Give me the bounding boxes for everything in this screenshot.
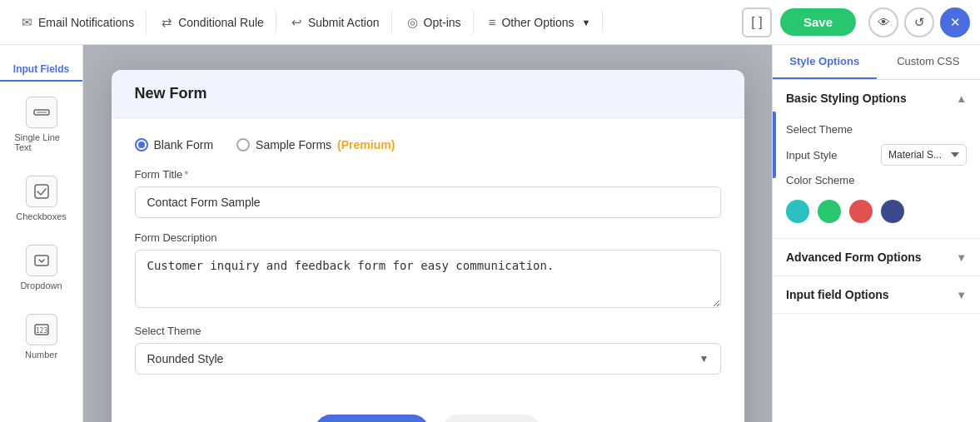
nav-other-label: Other Options (501, 16, 574, 29)
optins-icon: ◎ (407, 15, 418, 30)
basic-styling-title: Basic Styling Options (786, 92, 907, 105)
new-form-modal: New Form Blank Form Sample Forms (Premiu… (112, 70, 744, 422)
submit-icon: ↩ (291, 15, 302, 30)
sample-forms-label: Sample Forms (256, 138, 331, 151)
center-canvas: New Form Blank Form Sample Forms (Premiu… (83, 45, 772, 422)
input-style-label: Input Style (786, 149, 837, 161)
nav-email-notifications[interactable]: ✉ Email Notifications (10, 8, 147, 37)
preview-button[interactable]: 👁 (868, 7, 898, 37)
form-title-label: Form Title* (135, 168, 721, 181)
sidebar-item-checkboxes[interactable]: Checkboxes (8, 167, 75, 230)
color-scheme-label-row: Color Scheme (786, 174, 967, 186)
required-asterisk: * (184, 168, 188, 181)
continue-button[interactable]: Continue (315, 415, 429, 422)
advanced-form-title: Advanced Form Options (786, 251, 922, 264)
form-type-selection: Blank Form Sample Forms (Premium) (135, 138, 721, 151)
modal-overlay: New Form Blank Form Sample Forms (Premiu… (83, 45, 772, 422)
basic-styling-header[interactable]: Basic Styling Options ▲ (773, 80, 980, 117)
color-swatch-red[interactable] (849, 200, 873, 223)
number-icon: 123 (26, 314, 57, 345)
accent-bar (773, 112, 776, 178)
nav-submit-action[interactable]: ↩ Submit Action (280, 8, 392, 37)
form-title-input[interactable] (135, 186, 721, 218)
right-panel: Style Options Custom CSS Basic Styling O… (772, 45, 980, 422)
nav-submit-label: Submit Action (308, 16, 380, 29)
sidebar-item-single-line[interactable]: Single Line Text (8, 88, 75, 161)
top-navigation: ✉ Email Notifications ⇄ Conditional Rule… (0, 0, 980, 45)
input-field-section: Input field Options ▼ (773, 276, 980, 314)
advanced-form-header[interactable]: Advanced Form Options ▼ (773, 239, 980, 276)
basic-styling-body: Select Theme Input Style Material S... F… (773, 117, 980, 238)
premium-badge: (Premium) (337, 138, 395, 151)
bracket-button[interactable]: [ ] (742, 7, 772, 37)
input-field-chevron: ▼ (956, 289, 967, 301)
single-line-label: Single Line Text (15, 132, 68, 152)
modal-footer: Continue Cancel (112, 408, 744, 422)
refresh-button[interactable]: ↺ (904, 7, 934, 37)
advanced-form-section: Advanced Form Options ▼ (773, 239, 980, 276)
input-style-row: Input Style Material S... Flat Rounded (786, 144, 967, 166)
bracket-icon: [ ] (751, 15, 762, 30)
svg-rect-3 (35, 256, 48, 266)
basic-styling-section: Basic Styling Options ▲ Select Theme Inp… (773, 80, 980, 239)
right-panel-tabs: Style Options Custom CSS (773, 45, 980, 80)
blank-form-label: Blank Form (154, 138, 214, 151)
checkbox-icon (26, 176, 57, 207)
nav-opt-ins[interactable]: ◎ Opt-ins (395, 8, 474, 37)
eye-icon: 👁 (878, 15, 890, 29)
dropdown-icon (26, 245, 57, 276)
main-layout: Input Fields Single Line Text Checkboxes… (0, 45, 980, 422)
modal-title: New Form (112, 70, 744, 118)
input-field-title: Input field Options (786, 288, 889, 301)
color-swatch-green[interactable] (818, 200, 841, 223)
close-button[interactable]: ✕ (940, 7, 970, 37)
dropdown-label: Dropdown (20, 281, 62, 290)
sidebar-item-dropdown[interactable]: Dropdown (8, 236, 75, 299)
form-description-label: Form Description (135, 231, 721, 244)
form-description-textarea[interactable]: Customer inquiry and feedback form for e… (135, 250, 721, 308)
options-icon: ≡ (489, 15, 496, 29)
left-sidebar: Input Fields Single Line Text Checkboxes… (0, 45, 83, 422)
input-style-wrapper: Material S... Flat Rounded (881, 144, 967, 166)
conditional-icon: ⇄ (162, 15, 172, 30)
nav-optins-label: Opt-ins (424, 16, 461, 29)
single-line-icon (26, 97, 57, 128)
blank-form-radio[interactable] (135, 138, 148, 151)
select-theme-dropdown[interactable]: Rounded Style Flat Style Classic Style M… (135, 343, 721, 375)
select-theme-wrapper: Rounded Style Flat Style Classic Style M… (135, 343, 721, 375)
select-theme-label: Select Theme (135, 325, 721, 337)
select-theme-row: Select Theme (786, 123, 967, 136)
email-icon: ✉ (22, 15, 32, 30)
color-scheme-label: Color Scheme (786, 174, 854, 186)
nav-email-label: Email Notifications (38, 16, 134, 29)
basic-styling-chevron-up: ▲ (956, 92, 967, 105)
blank-form-option[interactable]: Blank Form (135, 138, 214, 151)
input-field-header[interactable]: Input field Options ▼ (773, 276, 980, 313)
svg-text:123: 123 (35, 327, 47, 335)
sample-forms-radio[interactable] (236, 138, 250, 151)
advanced-form-chevron: ▼ (956, 251, 967, 264)
input-style-select[interactable]: Material S... Flat Rounded (881, 144, 967, 166)
select-theme-right-label: Select Theme (786, 123, 853, 136)
checkboxes-label: Checkboxes (16, 211, 67, 221)
nav-other-options[interactable]: ≡ Other Options ▼ (477, 8, 604, 36)
close-icon: ✕ (950, 15, 961, 30)
number-label: Number (25, 350, 57, 360)
nav-conditional-rule[interactable]: ⇄ Conditional Rule (150, 8, 276, 37)
color-swatch-navy[interactable] (881, 200, 904, 223)
refresh-icon: ↺ (914, 15, 925, 30)
tab-custom-css[interactable]: Custom CSS (877, 45, 981, 79)
tab-style-options[interactable]: Style Options (773, 45, 877, 79)
sample-forms-option[interactable]: Sample Forms (Premium) (236, 138, 395, 151)
modal-body: Blank Form Sample Forms (Premium) Form T… (112, 118, 744, 408)
input-fields-tab[interactable]: Input Fields (0, 58, 82, 82)
save-button[interactable]: Save (780, 8, 856, 36)
nav-conditional-label: Conditional Rule (178, 16, 264, 29)
chevron-down-icon: ▼ (582, 17, 591, 27)
color-swatch-row (786, 195, 967, 226)
color-swatch-teal[interactable] (786, 200, 809, 223)
cancel-button[interactable]: Cancel (442, 415, 541, 422)
sidebar-item-number[interactable]: 123 Number (8, 305, 75, 368)
